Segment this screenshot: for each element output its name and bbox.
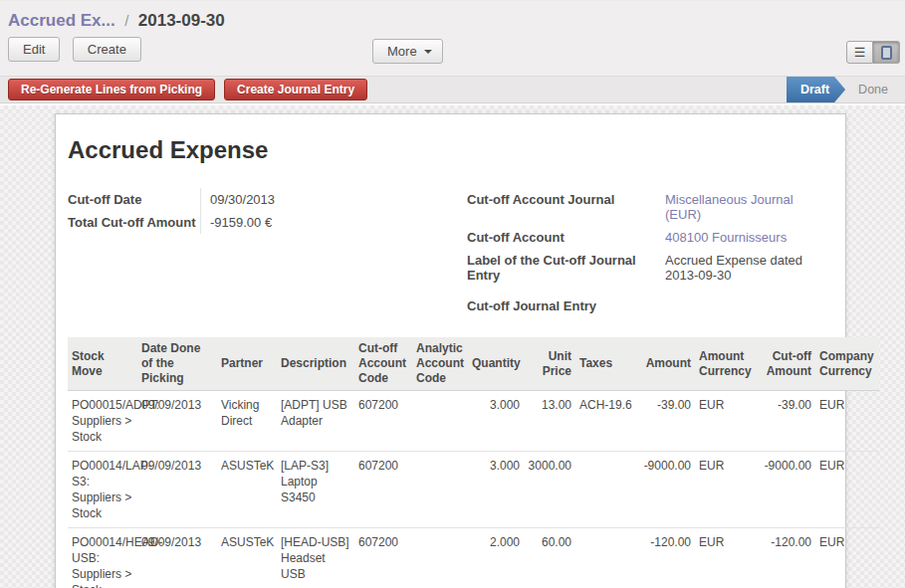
more-button-label: More bbox=[387, 44, 417, 59]
form-sheet-inner: Accrued Expense Cut-off Date 09/30/2013 … bbox=[56, 114, 845, 588]
table-cell: -120.00 bbox=[757, 528, 815, 588]
cutoff-account-value[interactable]: 408100 Fournisseurs bbox=[665, 226, 829, 249]
breadcrumb-parent-link[interactable]: Accrued Ex... bbox=[8, 11, 115, 30]
cutoff-date-label: Cut-off Date bbox=[68, 188, 200, 211]
table-cell: Vicking Direct bbox=[217, 391, 277, 452]
table-cell: 09/09/2013 bbox=[137, 391, 217, 452]
list-icon: ☰ bbox=[854, 46, 866, 59]
table-row[interactable]: PO00014/HEAD-USB: Suppliers > Stock09/09… bbox=[68, 528, 879, 588]
table-cell: EUR bbox=[815, 528, 879, 588]
table-cell: 607200 bbox=[354, 391, 412, 452]
status-band: Re-Generate Lines from Picking Create Jo… bbox=[0, 76, 905, 103]
table-cell bbox=[412, 452, 468, 528]
table-cell: 3.000 bbox=[468, 452, 524, 528]
table-cell: 2.000 bbox=[468, 528, 524, 588]
table-cell bbox=[575, 452, 637, 528]
table-cell: -9000.00 bbox=[637, 452, 695, 528]
table-cell: EUR bbox=[695, 528, 757, 588]
status-draft[interactable]: Draft bbox=[787, 77, 845, 102]
table-cell: -9000.00 bbox=[757, 452, 815, 528]
table-body: PO00015/ADPT: Suppliers > Stock09/09/201… bbox=[68, 391, 879, 588]
column-header[interactable]: Description bbox=[277, 337, 354, 391]
create-button[interactable]: Create bbox=[73, 37, 141, 62]
action-buttons: Re-Generate Lines from Picking Create Jo… bbox=[8, 79, 367, 100]
total-cutoff-amount-label: Total Cut-off Amount bbox=[68, 211, 200, 234]
table-cell: ACH-19.6 bbox=[575, 391, 637, 452]
table-cell: 607200 bbox=[354, 452, 412, 528]
statusbar: Draft Done bbox=[787, 77, 905, 102]
column-header[interactable]: Taxes bbox=[575, 337, 637, 391]
breadcrumb: Accrued Ex... / 2013-09-30 bbox=[0, 1, 905, 37]
table-row[interactable]: PO00015/ADPT: Suppliers > Stock09/09/201… bbox=[68, 391, 879, 452]
field-row: Cut-off Date 09/30/2013 bbox=[68, 188, 467, 211]
total-cutoff-amount-value: -9159.00 € bbox=[200, 211, 467, 234]
field-row: Cut-off Account Journal Miscellaneous Jo… bbox=[467, 188, 845, 226]
chevron-down-icon bbox=[424, 50, 432, 58]
cutoff-account-label: Cut-off Account bbox=[467, 226, 665, 249]
table-cell: 09/09/2013 bbox=[137, 452, 217, 528]
field-group-right: Cut-off Account Journal Miscellaneous Jo… bbox=[467, 188, 845, 317]
form-sheet: Accrued Expense Cut-off Date 09/30/2013 … bbox=[55, 113, 846, 588]
edit-button[interactable]: Edit bbox=[8, 37, 60, 62]
column-header[interactable]: Company Currency bbox=[815, 337, 879, 391]
column-header[interactable]: Date Done of the Picking bbox=[137, 337, 217, 391]
table-cell: ASUSTeK bbox=[217, 452, 277, 528]
cutoff-journal-entry-label: Cut-off Journal Entry bbox=[467, 294, 665, 317]
table-cell: 3000.00 bbox=[524, 452, 575, 528]
table-cell: -120.00 bbox=[637, 528, 695, 588]
form-view-button[interactable] bbox=[873, 41, 900, 64]
cutoff-date-value: 09/30/2013 bbox=[200, 188, 467, 211]
table-cell: [LAP-S3] Laptop S3450 bbox=[277, 452, 354, 528]
table-cell: PO00014/LAP-S3: Suppliers > Stock bbox=[68, 452, 137, 528]
breadcrumb-separator: / bbox=[124, 12, 128, 29]
form-icon bbox=[881, 46, 892, 60]
column-header[interactable]: Analytic Account Code bbox=[412, 337, 468, 391]
table-cell: EUR bbox=[815, 391, 879, 452]
column-header[interactable]: Cut-off Amount bbox=[757, 337, 815, 391]
table-cell: 3.000 bbox=[468, 391, 524, 452]
table-cell: 09/09/2013 bbox=[137, 528, 217, 588]
field-row: Label of the Cut-off Journal Entry Accru… bbox=[467, 249, 845, 287]
table-header-row: Stock MoveDate Done of the PickingPartne… bbox=[68, 337, 879, 391]
table-cell: EUR bbox=[815, 452, 879, 528]
table-cell: ASUSTeK bbox=[217, 528, 277, 588]
column-header[interactable]: Unit Price bbox=[524, 337, 575, 391]
view-switcher: ☰ bbox=[846, 41, 900, 64]
column-header[interactable]: Cut-off Account Code bbox=[354, 337, 412, 391]
table-cell: 607200 bbox=[354, 528, 412, 588]
create-journal-entry-button[interactable]: Create Journal Entry bbox=[224, 79, 367, 100]
status-done[interactable]: Done bbox=[845, 77, 905, 102]
cutoff-account-journal-label: Cut-off Account Journal bbox=[467, 188, 665, 226]
top-bar: Accrued Ex... / 2013-09-30 Edit Create M… bbox=[0, 1, 905, 76]
journal-entry-label-label: Label of the Cut-off Journal Entry bbox=[467, 249, 665, 287]
more-button[interactable]: More bbox=[372, 39, 443, 64]
field-row: Total Cut-off Amount -9159.00 € bbox=[68, 211, 467, 234]
table-cell: 60.00 bbox=[524, 528, 575, 588]
table-cell bbox=[575, 528, 637, 588]
cutoff-journal-entry-value bbox=[665, 294, 829, 317]
toolbar: Edit Create More ☰ bbox=[0, 37, 905, 76]
column-header[interactable]: Quantity bbox=[468, 337, 524, 391]
table-cell: EUR bbox=[695, 391, 757, 452]
table-cell: EUR bbox=[695, 452, 757, 528]
column-header[interactable]: Amount bbox=[637, 337, 695, 391]
table-cell: 13.00 bbox=[524, 391, 575, 452]
list-view-button[interactable]: ☰ bbox=[846, 41, 873, 64]
table-cell bbox=[412, 528, 468, 588]
odoo-window: Accrued Ex... / 2013-09-30 Edit Create M… bbox=[0, 0, 905, 588]
column-header[interactable]: Stock Move bbox=[68, 337, 137, 391]
table-cell: PO00015/ADPT: Suppliers > Stock bbox=[68, 391, 137, 452]
column-header[interactable]: Amount Currency bbox=[695, 337, 757, 391]
cutoff-account-journal-value[interactable]: Miscellaneous Journal (EUR) bbox=[665, 188, 829, 226]
column-header[interactable]: Partner bbox=[217, 337, 277, 391]
table-cell: [ADPT] USB Adapter bbox=[277, 391, 354, 452]
lines-table: Stock MoveDate Done of the PickingPartne… bbox=[68, 337, 879, 588]
regenerate-lines-button[interactable]: Re-Generate Lines from Picking bbox=[8, 79, 215, 100]
table-cell: -39.00 bbox=[757, 391, 815, 452]
breadcrumb-current: 2013-09-30 bbox=[138, 11, 225, 30]
journal-entry-label-value: Accrued Expense dated 2013-09-30 bbox=[665, 249, 829, 287]
table-row[interactable]: PO00014/LAP-S3: Suppliers > Stock09/09/2… bbox=[68, 452, 879, 528]
lines-list: Stock MoveDate Done of the PickingPartne… bbox=[68, 337, 879, 588]
field-groups: Cut-off Date 09/30/2013 Total Cut-off Am… bbox=[68, 188, 845, 317]
table-cell: PO00014/HEAD-USB: Suppliers > Stock bbox=[68, 528, 137, 588]
